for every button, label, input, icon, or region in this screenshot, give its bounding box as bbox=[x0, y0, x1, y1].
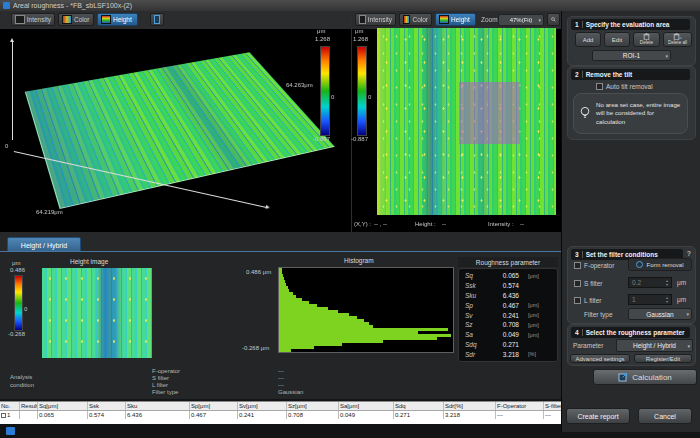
spinner-icon[interactable]: ▴▾ bbox=[666, 296, 668, 303]
zoom-value: 47%(Fit) bbox=[510, 17, 533, 23]
3d-colorbar-min: -0.887 bbox=[313, 136, 330, 142]
3d-height-button[interactable]: Height bbox=[97, 13, 138, 26]
section4-title: Select the roughness parameter bbox=[586, 329, 685, 336]
height-icon bbox=[439, 15, 449, 24]
table-header-cell: Sku bbox=[126, 402, 190, 410]
2d-color-button[interactable]: Color bbox=[399, 13, 432, 26]
analysis-filter-type-name: Filter type bbox=[152, 389, 178, 395]
info-text: No area set case, entire image will be c… bbox=[596, 101, 682, 125]
tab-label: Height / Hybrid bbox=[21, 242, 67, 249]
height-colorbar-mid: 0 bbox=[24, 306, 27, 312]
filter-type-select[interactable]: Gaussian ▾ bbox=[628, 308, 692, 320]
height-image[interactable] bbox=[42, 268, 152, 358]
status-height-label: Height : bbox=[415, 221, 436, 227]
roughness-row: Sdq0.271 bbox=[459, 339, 557, 349]
f-operator-checkbox[interactable] bbox=[574, 262, 581, 269]
status-xy-value: -- , -- bbox=[374, 221, 387, 227]
table-row[interactable]: 10.0650.5746.4360.4670.2410.7080.0490.27… bbox=[0, 411, 561, 419]
roughness-row: Sa0.049[μm] bbox=[459, 330, 557, 340]
form-removal-label: Form removal bbox=[646, 262, 683, 268]
advanced-settings-button[interactable]: Advanced settings bbox=[570, 354, 630, 363]
app-window: Areal roughness - *FB_sbLSF100x-(2) Inte… bbox=[0, 0, 700, 438]
window-icon bbox=[618, 372, 628, 382]
section2-title: Remove the tilt bbox=[586, 71, 633, 78]
table-cell: --- bbox=[544, 411, 561, 419]
status-height-value: -- bbox=[442, 221, 446, 227]
help-icon[interactable]: ? bbox=[687, 250, 691, 257]
table-header-cell: Sv[μm] bbox=[238, 402, 287, 410]
analysis-l-filter-name: L filter bbox=[152, 382, 168, 388]
3d-bottom-axis-label: 64.219μm bbox=[36, 209, 63, 215]
chevron-down-icon: ▾ bbox=[687, 343, 690, 349]
create-report-button[interactable]: Create report bbox=[566, 408, 630, 424]
3d-intensity-button[interactable]: Intensity bbox=[11, 13, 55, 26]
s-filter-input[interactable]: 0.2 ▴▾ bbox=[628, 277, 672, 288]
form-removal-button[interactable]: Form removal bbox=[628, 258, 692, 271]
cancel-button[interactable]: Cancel bbox=[638, 408, 692, 424]
taskbar-app-icon[interactable] bbox=[6, 427, 15, 435]
2d-colorbar-unit: μm bbox=[355, 28, 363, 34]
table-header-cell: Sp[μm] bbox=[190, 402, 238, 410]
2d-colorbar-mid: 0 bbox=[368, 94, 371, 100]
surface-2d-map[interactable] bbox=[377, 28, 556, 215]
app-icon bbox=[3, 2, 10, 9]
chevron-down-icon: ▾ bbox=[665, 53, 668, 59]
s-filter-checkbox[interactable] bbox=[574, 280, 581, 287]
2d-height-button[interactable]: Height bbox=[435, 13, 476, 26]
delete-label: Delete bbox=[640, 41, 653, 46]
add-label: Add bbox=[583, 37, 594, 43]
table-cell: 6.436 bbox=[126, 411, 190, 419]
color-icon bbox=[62, 15, 72, 24]
parameter-select[interactable]: Height / Hybrid ▾ bbox=[616, 339, 693, 352]
add-button[interactable]: Add bbox=[575, 32, 601, 47]
section1-title: Specify the evaluation area bbox=[586, 21, 670, 28]
height-image-colorbar bbox=[14, 275, 23, 331]
table-cell: --- bbox=[496, 411, 544, 419]
histogram-title: Histogram bbox=[344, 257, 374, 264]
roi-select[interactable]: ROI-1 ▾ bbox=[592, 50, 671, 61]
table-header-cell: F-Operator bbox=[496, 402, 544, 410]
l-filter-checkbox[interactable] bbox=[574, 297, 581, 304]
table-cell: 0.271 bbox=[394, 411, 444, 419]
window-title: Areal roughness - *FB_sbLSF100x-(2) bbox=[13, 2, 132, 9]
magnifier-icon bbox=[551, 15, 556, 24]
auto-tilt-checkbox[interactable] bbox=[596, 83, 603, 90]
roughness-row: Sv0.241[μm] bbox=[459, 310, 557, 320]
l-filter-input[interactable]: 1 ▴▾ bbox=[628, 294, 672, 305]
analysis-l-filter-value: --- bbox=[278, 382, 284, 388]
height-colorbar-min: -0.268 bbox=[8, 331, 25, 337]
section4-number: 4 bbox=[575, 329, 579, 336]
section1-number: 1 bbox=[575, 21, 579, 28]
2d-intensity-label: Intensity bbox=[368, 16, 392, 23]
roughness-row: Sku6.436 bbox=[459, 291, 557, 301]
color-icon bbox=[403, 15, 410, 24]
3d-display-settings-button[interactable] bbox=[150, 13, 164, 26]
section2-header: 2 Remove the tilt bbox=[571, 69, 690, 80]
register-edit-button[interactable]: Register/Edit bbox=[634, 354, 692, 363]
advanced-settings-label: Advanced settings bbox=[575, 356, 624, 362]
roughness-row: Sq0.065[μm] bbox=[459, 271, 557, 281]
s-filter-value: 0.2 bbox=[632, 279, 641, 286]
spinner-icon[interactable]: ▴▾ bbox=[666, 279, 668, 286]
bottom-strip bbox=[0, 424, 561, 438]
edit-button[interactable]: Edit bbox=[604, 32, 630, 47]
delete-all-button[interactable]: Delete all bbox=[663, 32, 692, 47]
table-header-cell: Result bbox=[20, 402, 38, 410]
height-colorbar-unit: μm bbox=[12, 260, 20, 266]
chevron-down-icon: ▾ bbox=[686, 311, 689, 317]
magnify-button[interactable] bbox=[547, 13, 560, 26]
2d-colorbar-max: 1.268 bbox=[353, 36, 368, 42]
trash-all-icon bbox=[673, 33, 682, 40]
results-table: No.ResultSq[μm]SskSkuSp[μm]Sv[μm]Sz[μm]S… bbox=[0, 401, 561, 424]
bulb-icon bbox=[579, 106, 591, 121]
3d-color-button[interactable]: Color bbox=[58, 13, 94, 26]
table-cell: 1 bbox=[0, 411, 20, 419]
delete-button[interactable]: Delete bbox=[633, 32, 660, 47]
calculation-button[interactable]: Calculation bbox=[593, 369, 697, 385]
2d-intensity-button[interactable]: Intensity bbox=[355, 13, 396, 26]
row-select-checkbox[interactable] bbox=[1, 413, 6, 418]
table-header-cell: Sq[μm] bbox=[38, 402, 88, 410]
zoom-select[interactable]: 47%(Fit) ▾ bbox=[498, 14, 544, 26]
roi-overlay[interactable] bbox=[459, 82, 520, 144]
table-header-cell: Sz[μm] bbox=[287, 402, 339, 410]
